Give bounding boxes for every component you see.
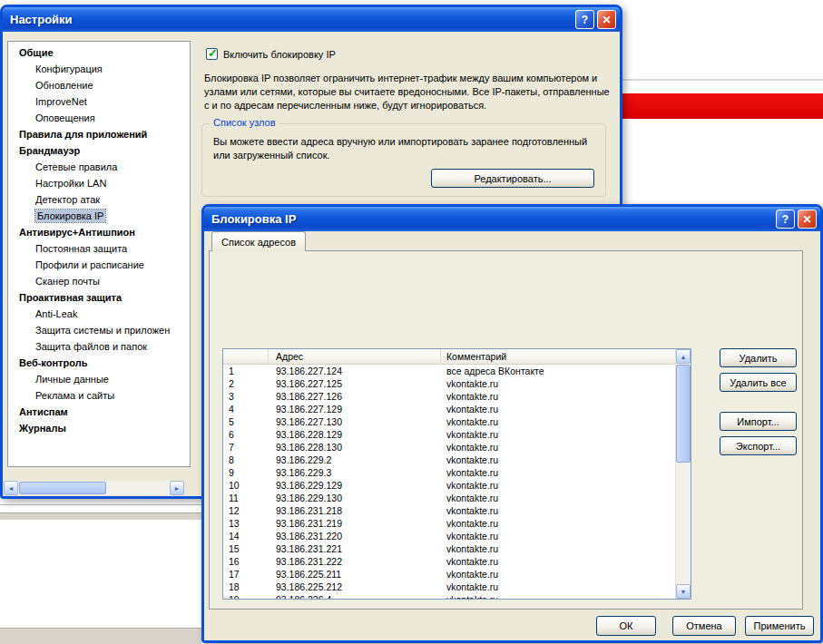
- tree-item[interactable]: Постоянная защита: [8, 240, 190, 257]
- tree-item[interactable]: Оповещения: [8, 110, 190, 126]
- table-row[interactable]: 393.186.227.126vkontakte.ru: [223, 390, 675, 403]
- delete-all-button[interactable]: Удалить все: [720, 373, 797, 392]
- tree-item[interactable]: Сканер почты: [8, 273, 190, 289]
- table-vertical-scrollbar[interactable]: ▲ ▼: [675, 349, 691, 599]
- enable-ip-block-row: ✓ Включить блокировку IP: [206, 48, 336, 60]
- header-address[interactable]: Адрес: [269, 349, 441, 364]
- nodes-list-group: Список узлов Вы можете ввести адреса вру…: [201, 123, 606, 197]
- tree-horizontal-scrollbar[interactable]: ◄ ►: [4, 481, 184, 495]
- tree-item[interactable]: Общие: [8, 44, 190, 61]
- table-row[interactable]: 993.186.229.3vkontakte.ru: [223, 466, 675, 479]
- close-icon: ✕: [602, 14, 611, 26]
- scroll-up-button[interactable]: ▲: [676, 349, 691, 364]
- tree-item[interactable]: Защита файлов и папок: [8, 338, 190, 355]
- tree-item[interactable]: Настройки LAN: [8, 175, 190, 191]
- background-divider: [0, 504, 201, 505]
- table-row[interactable]: 1793.186.225.211vkontakte.ru: [223, 568, 675, 581]
- settings-tree[interactable]: ОбщиеКонфигурацияОбновлениеImproveNetОпо…: [7, 41, 191, 467]
- table-row[interactable]: 193.186.227.124все адреса ВКонтакте: [223, 365, 675, 377]
- help-icon: ?: [582, 14, 588, 26]
- tree-item[interactable]: Веб-контроль: [8, 355, 190, 371]
- background-divider: [622, 79, 823, 81]
- scroll-down-icon: ▼: [681, 589, 687, 595]
- enable-ip-block-checkbox[interactable]: ✓: [206, 48, 218, 60]
- table-row[interactable]: 793.186.228.130vkontakte.ru: [223, 441, 675, 454]
- table-row[interactable]: 1293.186.231.218vkontakte.ru: [223, 504, 675, 517]
- scroll-up-icon: ▲: [681, 354, 687, 360]
- table-row[interactable]: 493.186.227.129vkontakte.ru: [223, 403, 675, 415]
- tree-item[interactable]: Детектор атак: [8, 191, 190, 208]
- ip-block-description: Блокировка IP позволяет ограничить интер…: [204, 72, 617, 112]
- tree-item[interactable]: Антиспам: [8, 404, 190, 420]
- table-row[interactable]: 1693.186.231.222vkontakte.ru: [223, 555, 675, 568]
- header-number[interactable]: [223, 349, 269, 364]
- scroll-left-icon: ◄: [8, 485, 15, 492]
- address-table: Адрес Комментарий 193.186.227.124все адр…: [222, 348, 691, 600]
- tree-item[interactable]: Обновление: [8, 77, 190, 93]
- background-taskbar-edge: [0, 628, 201, 644]
- settings-window-title: Настройки: [10, 13, 573, 26]
- nodes-group-title: Список узлов: [210, 117, 279, 128]
- help-button[interactable]: ?: [575, 10, 594, 29]
- tree-item[interactable]: Anti-Leak: [8, 306, 190, 322]
- background-red-banner: [622, 93, 823, 119]
- table-row[interactable]: 893.186.229.2vkontakte.ru: [223, 454, 675, 466]
- tree-item[interactable]: Брандмауэр: [8, 142, 190, 159]
- scroll-down-button[interactable]: ▼: [676, 584, 691, 599]
- tree-item[interactable]: Проактивная защита: [8, 289, 190, 306]
- enable-ip-block-label: Включить блокировку IP: [223, 49, 336, 60]
- scroll-right-button[interactable]: ►: [170, 481, 184, 495]
- table-row[interactable]: 1093.186.229.129vkontakte.ru: [223, 479, 675, 492]
- checkmark-icon: ✓: [208, 46, 218, 60]
- nodes-group-text: Вы можете ввести адреса вручную или импо…: [213, 135, 594, 162]
- settings-titlebar[interactable]: Настройки ? ✕: [3, 7, 620, 32]
- close-icon: ✕: [802, 213, 811, 226]
- table-header: Адрес Комментарий: [223, 349, 675, 365]
- tree-item[interactable]: Реклама и сайты: [8, 387, 190, 404]
- table-row[interactable]: 1993.186.226.4vkontakte.ru: [223, 593, 675, 599]
- address-table-rows: 193.186.227.124все адреса ВКонтакте293.1…: [223, 365, 675, 599]
- help-button[interactable]: ?: [776, 210, 795, 229]
- tree-item[interactable]: Правила для приложений: [8, 126, 190, 142]
- scrollbar-thumb[interactable]: [676, 365, 691, 463]
- tree-item[interactable]: Защита системы и приложен: [8, 322, 190, 338]
- help-icon: ?: [782, 213, 789, 226]
- edit-button[interactable]: Редактировать...: [431, 169, 594, 188]
- apply-button[interactable]: Применить: [745, 616, 814, 636]
- table-row[interactable]: 1193.186.229.130vkontakte.ru: [223, 492, 675, 504]
- header-comment[interactable]: Комментарий: [441, 349, 675, 364]
- blocklist-window-title: Блокировка IP: [211, 212, 773, 226]
- tree-item[interactable]: Журналы: [8, 420, 190, 436]
- table-row[interactable]: 1493.186.231.220vkontakte.ru: [223, 530, 675, 542]
- table-row[interactable]: 593.186.227.130vkontakte.ru: [223, 415, 675, 428]
- table-row[interactable]: 1593.186.231.221vkontakte.ru: [223, 542, 675, 555]
- tree-item[interactable]: ImproveNet: [8, 93, 190, 110]
- scrollbar-thumb[interactable]: [19, 482, 106, 494]
- tree-item[interactable]: Блокировка IP: [8, 208, 190, 224]
- ip-blocklist-window: Блокировка IP ? ✕ Список адресов Новый а…: [201, 204, 823, 643]
- table-row[interactable]: 1893.186.225.212vkontakte.ru: [223, 581, 675, 593]
- ok-button[interactable]: ОК: [596, 616, 656, 636]
- delete-button[interactable]: Удалить: [720, 348, 797, 367]
- blocklist-titlebar[interactable]: Блокировка IP ? ✕: [204, 207, 820, 231]
- export-button[interactable]: Экспорт...: [720, 436, 797, 455]
- tab-address-list[interactable]: Список адресов: [211, 231, 306, 251]
- close-button[interactable]: ✕: [597, 10, 616, 29]
- tree-item[interactable]: Личные данные: [8, 371, 190, 387]
- cancel-button[interactable]: Отмена: [672, 616, 736, 636]
- tree-item[interactable]: Антивирус+Антишпион: [8, 224, 190, 240]
- tree-item[interactable]: Конфигурация: [8, 61, 190, 77]
- background-window-edge: [0, 512, 201, 520]
- scroll-right-icon: ►: [174, 485, 181, 492]
- table-row[interactable]: 1393.186.231.219vkontakte.ru: [223, 517, 675, 530]
- tree-item[interactable]: Профили и расписание: [8, 257, 190, 273]
- tree-item[interactable]: Сетевые правила: [8, 159, 190, 175]
- scroll-left-button[interactable]: ◄: [4, 481, 18, 495]
- import-button[interactable]: Импорт...: [720, 412, 797, 431]
- table-row[interactable]: 693.186.228.129vkontakte.ru: [223, 428, 675, 441]
- table-row[interactable]: 293.186.227.125vkontakte.ru: [223, 377, 675, 390]
- close-button[interactable]: ✕: [798, 210, 817, 229]
